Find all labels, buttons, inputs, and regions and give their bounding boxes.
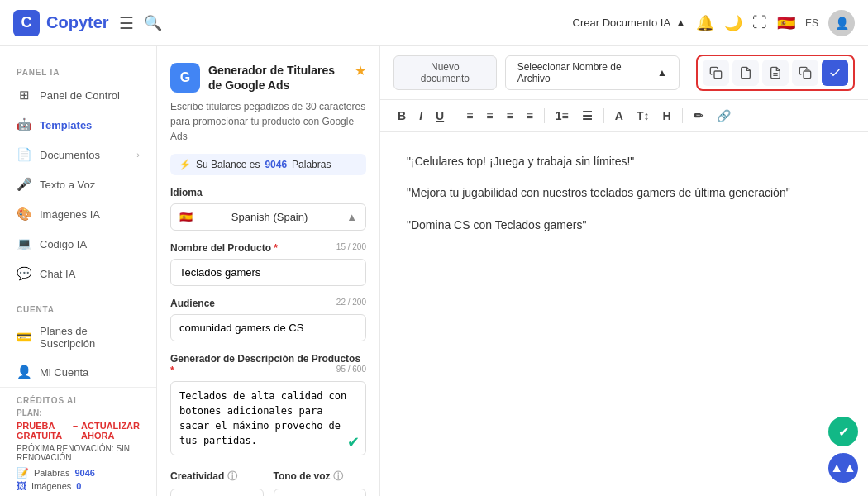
format-align-right[interactable]: ≡ bbox=[502, 107, 517, 125]
chevron-up-icon-lang: ▲ bbox=[346, 211, 357, 223]
sidebar-item-chat[interactable]: 💬 Chat IA bbox=[0, 259, 156, 289]
documents-icon: 📄 bbox=[17, 147, 31, 162]
toolbar-btn-4[interactable] bbox=[792, 60, 818, 86]
images-icon: 🖼 bbox=[17, 480, 26, 492]
favorite-button[interactable]: ★ bbox=[355, 63, 366, 79]
image-icon: 🎨 bbox=[17, 207, 31, 222]
sidebar-item-panel-control[interactable]: ⊞ Panel de Control bbox=[0, 80, 156, 110]
balance-count: 9046 bbox=[265, 159, 287, 170]
renewal-label: PRÓXIMA RENOVACIÓN: SIN RENOVACIÓN bbox=[17, 444, 140, 462]
format-divider-4 bbox=[682, 108, 683, 123]
desc-textarea[interactable]: Teclados de alta calidad con botones adi… bbox=[170, 381, 366, 455]
card-icon: 💳 bbox=[17, 330, 31, 345]
format-align-justify[interactable]: ≡ bbox=[522, 107, 537, 125]
sidebar: PANEL IA ⊞ Panel de Control 🤖 Templates … bbox=[0, 46, 157, 496]
menu-icon[interactable]: ☰ bbox=[119, 13, 134, 33]
sidebar-item-planes[interactable]: 💳 Planes de Suscripción bbox=[0, 317, 156, 357]
confirm-button[interactable]: ✔ bbox=[828, 417, 858, 446]
sidebar-item-documentos[interactable]: 📄 Documentos › bbox=[0, 140, 156, 169]
format-bold[interactable]: B bbox=[393, 107, 410, 125]
format-pen[interactable]: ✏ bbox=[689, 107, 708, 125]
lang-value: Spanish (Spain) bbox=[231, 211, 308, 223]
audience-label: Audience 22 / 200 bbox=[170, 298, 366, 309]
info-icon-tone: ⓘ bbox=[333, 470, 343, 482]
tone-select[interactable]: Casual ▼ bbox=[274, 489, 367, 496]
toolbar-btn-3[interactable] bbox=[762, 60, 789, 86]
balance-label: Su Balance es bbox=[196, 159, 260, 170]
editor-body[interactable]: "¡Celulares top! ¡Juega y trabaja sin lí… bbox=[380, 132, 868, 496]
chevron-up-icon-file: ▲ bbox=[657, 67, 667, 79]
fullscreen-icon[interactable]: ⛶ bbox=[752, 14, 767, 31]
lang-flag: 🇪🇸 bbox=[179, 211, 193, 223]
sidebar-item-codigo[interactable]: 💻 Código IA bbox=[0, 229, 156, 259]
check-icon: ✔ bbox=[347, 433, 360, 451]
product-label: Nombre del Producto * 15 / 200 bbox=[170, 242, 366, 254]
required-star: * bbox=[274, 242, 278, 254]
svg-rect-3 bbox=[804, 71, 811, 79]
bolt-icon: ⚡ bbox=[179, 159, 191, 170]
crear-documento-btn[interactable]: Crear Documento IA ▲ bbox=[573, 17, 686, 29]
format-italic[interactable]: I bbox=[415, 107, 427, 125]
format-unordered-list[interactable]: ☰ bbox=[578, 107, 597, 125]
moon-icon[interactable]: 🌙 bbox=[724, 14, 742, 32]
format-font-color[interactable]: A bbox=[611, 107, 627, 125]
editor-line-3: "Domina CS con Teclados gamers" bbox=[407, 216, 842, 234]
product-input[interactable] bbox=[170, 259, 366, 286]
avatar[interactable]: 👤 bbox=[828, 10, 855, 36]
toolbar-btn-2[interactable] bbox=[732, 60, 759, 86]
words-icon: 📝 bbox=[17, 467, 29, 479]
plan-label: PLAN: bbox=[17, 408, 140, 417]
sidebar-item-texto-voz[interactable]: 🎤 Texto a Voz bbox=[0, 169, 156, 199]
lang-field-label: Idioma bbox=[170, 187, 366, 198]
templates-icon: 🤖 bbox=[17, 117, 31, 132]
sidebar-label-templates: Templates bbox=[40, 119, 92, 131]
sidebar-item-imagenes[interactable]: 🎨 Imágenes IA bbox=[0, 199, 156, 229]
format-align-center[interactable]: ≡ bbox=[482, 107, 497, 125]
images-label: Imágenes bbox=[31, 481, 71, 491]
tool-title: Generador de Titulares de Google Ads bbox=[208, 63, 346, 93]
notification-icon[interactable]: 🔔 bbox=[696, 14, 714, 32]
format-heading[interactable]: H bbox=[658, 107, 675, 125]
sidebar-item-templates[interactable]: 🤖 Templates bbox=[0, 110, 156, 140]
format-line-height[interactable]: T↕ bbox=[632, 107, 654, 125]
format-divider-3 bbox=[603, 108, 604, 123]
audience-input[interactable] bbox=[170, 314, 366, 341]
logo[interactable]: C Copyter bbox=[13, 10, 109, 36]
info-icon-creativity: ⓘ bbox=[227, 470, 237, 482]
form-panel: G Generador de Titulares de Google Ads ★… bbox=[157, 46, 380, 496]
product-char-count: 15 / 200 bbox=[336, 242, 366, 251]
toolbar-btn-1[interactable] bbox=[703, 60, 729, 86]
sidebar-label-planes: Planes de Suscripción bbox=[40, 325, 140, 350]
language-select[interactable]: 🇪🇸 Spanish (Spain) ▲ bbox=[170, 203, 366, 231]
grid-icon: ⊞ bbox=[17, 88, 31, 103]
editor-panel: Nuevo documento Seleecionar Nombre de Ar… bbox=[380, 46, 868, 496]
plan-free-link[interactable]: PRUEBA GRATUITA bbox=[17, 421, 69, 441]
sidebar-label-texto: Texto a Voz bbox=[40, 179, 95, 191]
toolbar-btn-5[interactable] bbox=[822, 60, 848, 86]
crear-label: Crear Documento IA bbox=[573, 17, 671, 29]
new-document-button[interactable]: Nuevo documento bbox=[393, 55, 497, 90]
toolbar-icons-group bbox=[696, 55, 855, 91]
format-divider-1 bbox=[455, 108, 455, 123]
editor-topbar: Nuevo documento Seleecionar Nombre de Ar… bbox=[380, 46, 868, 100]
format-underline[interactable]: U bbox=[432, 107, 448, 125]
language-flag[interactable]: 🇪🇸 bbox=[777, 14, 795, 32]
sidebar-item-cuenta[interactable]: 👤 Mi Cuenta bbox=[0, 357, 156, 387]
editor-format-bar: B I U ≡ ≡ ≡ ≡ 1≡ ☰ A T↕ H ✏ bbox=[380, 100, 868, 132]
search-icon[interactable]: 🔍 bbox=[144, 14, 162, 32]
code-icon: 💻 bbox=[17, 236, 31, 251]
filename-select[interactable]: Seleecionar Nombre de Archivo ▲ bbox=[505, 55, 680, 90]
creativity-select[interactable]: Media ▼ bbox=[170, 489, 264, 496]
sidebar-label-cuenta: Mi Cuenta bbox=[40, 366, 88, 379]
format-align-left[interactable]: ≡ bbox=[462, 107, 477, 125]
scroll-up-button[interactable]: ▲▲ bbox=[828, 453, 858, 483]
tone-label: Tono de voz ⓘ bbox=[274, 470, 367, 484]
lang-label: ES bbox=[805, 17, 818, 29]
svg-rect-0 bbox=[714, 71, 722, 79]
plan-upgrade-link[interactable]: ACTUALIZAR AHORA bbox=[81, 421, 140, 441]
product-group: Nombre del Producto * 15 / 200 bbox=[170, 242, 366, 286]
format-link[interactable]: 🔗 bbox=[713, 107, 735, 125]
desc-textarea-wrap: Teclados de alta calidad con botones adi… bbox=[170, 381, 366, 458]
format-ordered-list[interactable]: 1≡ bbox=[551, 107, 573, 125]
editor-line-1: "¡Celulares top! ¡Juega y trabaja sin lí… bbox=[407, 152, 842, 170]
